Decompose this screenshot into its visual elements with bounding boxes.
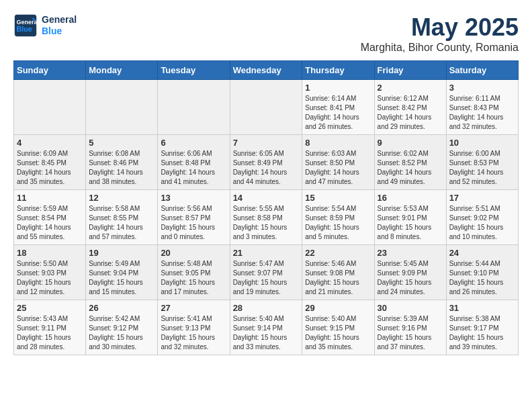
calendar-week-1: 1Sunrise: 6:14 AM Sunset: 8:41 PM Daylig…	[14, 80, 519, 135]
day-number: 12	[89, 193, 154, 203]
day-info: Sunrise: 5:59 AM Sunset: 8:54 PM Dayligh…	[17, 204, 83, 242]
day-number: 7	[233, 138, 300, 148]
calendar-cell: 5Sunrise: 6:08 AM Sunset: 8:46 PM Daylig…	[86, 135, 158, 190]
day-info: Sunrise: 5:40 AM Sunset: 9:14 PM Dayligh…	[233, 314, 300, 352]
calendar-cell: 27Sunrise: 5:41 AM Sunset: 9:13 PM Dayli…	[158, 300, 230, 355]
logo-text-general: General	[42, 14, 77, 26]
day-number: 22	[305, 248, 371, 258]
calendar-cell: 24Sunrise: 5:44 AM Sunset: 9:10 PM Dayli…	[446, 245, 518, 300]
day-info: Sunrise: 6:00 AM Sunset: 8:53 PM Dayligh…	[449, 149, 515, 187]
weekday-header-sunday: Sunday	[14, 61, 86, 80]
calendar-cell: 16Sunrise: 5:53 AM Sunset: 9:01 PM Dayli…	[374, 190, 446, 245]
day-info: Sunrise: 6:08 AM Sunset: 8:46 PM Dayligh…	[89, 149, 154, 187]
day-info: Sunrise: 5:39 AM Sunset: 9:16 PM Dayligh…	[378, 314, 443, 352]
day-info: Sunrise: 5:47 AM Sunset: 9:07 PM Dayligh…	[233, 259, 300, 297]
weekday-header-thursday: Thursday	[302, 61, 374, 80]
calendar-cell	[158, 80, 230, 135]
calendar-cell: 7Sunrise: 6:05 AM Sunset: 8:49 PM Daylig…	[230, 135, 302, 190]
calendar-cell: 18Sunrise: 5:50 AM Sunset: 9:03 PM Dayli…	[14, 245, 86, 300]
calendar-cell: 21Sunrise: 5:47 AM Sunset: 9:07 PM Dayli…	[230, 245, 302, 300]
calendar-cell: 28Sunrise: 5:40 AM Sunset: 9:14 PM Dayli…	[230, 300, 302, 355]
day-number: 26	[89, 303, 154, 313]
day-info: Sunrise: 5:40 AM Sunset: 9:15 PM Dayligh…	[305, 314, 371, 352]
calendar-cell: 3Sunrise: 6:11 AM Sunset: 8:43 PM Daylig…	[446, 80, 518, 135]
calendar-subtitle: Marghita, Bihor County, Romania	[361, 42, 519, 54]
day-number: 4	[17, 138, 83, 148]
day-number: 20	[161, 248, 226, 258]
calendar-cell: 2Sunrise: 6:12 AM Sunset: 8:42 PM Daylig…	[374, 80, 446, 135]
svg-text:Blue: Blue	[17, 25, 32, 33]
day-info: Sunrise: 6:11 AM Sunset: 8:43 PM Dayligh…	[449, 94, 515, 132]
calendar-header: SundayMondayTuesdayWednesdayThursdayFrid…	[14, 61, 519, 80]
day-number: 21	[233, 248, 300, 258]
day-number: 14	[233, 193, 300, 203]
day-number: 25	[17, 303, 83, 313]
logo-text-blue: Blue	[42, 26, 77, 37]
calendar-week-4: 18Sunrise: 5:50 AM Sunset: 9:03 PM Dayli…	[14, 245, 519, 300]
day-number: 19	[89, 248, 154, 258]
calendar-cell: 6Sunrise: 6:06 AM Sunset: 8:48 PM Daylig…	[158, 135, 230, 190]
day-info: Sunrise: 6:03 AM Sunset: 8:50 PM Dayligh…	[305, 149, 371, 187]
day-info: Sunrise: 5:46 AM Sunset: 9:08 PM Dayligh…	[305, 259, 371, 297]
day-number: 31	[449, 303, 515, 313]
day-info: Sunrise: 6:02 AM Sunset: 8:52 PM Dayligh…	[378, 149, 443, 187]
day-number: 5	[89, 138, 154, 148]
day-number: 29	[305, 303, 371, 313]
day-info: Sunrise: 5:55 AM Sunset: 8:58 PM Dayligh…	[233, 204, 300, 242]
calendar-cell: 11Sunrise: 5:59 AM Sunset: 8:54 PM Dayli…	[14, 190, 86, 245]
day-info: Sunrise: 5:42 AM Sunset: 9:12 PM Dayligh…	[89, 314, 154, 352]
day-info: Sunrise: 5:51 AM Sunset: 9:02 PM Dayligh…	[449, 204, 515, 242]
header-row: SundayMondayTuesdayWednesdayThursdayFrid…	[14, 61, 519, 80]
day-info: Sunrise: 5:53 AM Sunset: 9:01 PM Dayligh…	[378, 204, 443, 242]
calendar-cell: 17Sunrise: 5:51 AM Sunset: 9:02 PM Dayli…	[446, 190, 518, 245]
day-info: Sunrise: 6:14 AM Sunset: 8:41 PM Dayligh…	[305, 94, 371, 132]
calendar-cell	[86, 80, 158, 135]
calendar-week-3: 11Sunrise: 5:59 AM Sunset: 8:54 PM Dayli…	[14, 190, 519, 245]
day-info: Sunrise: 5:54 AM Sunset: 8:59 PM Dayligh…	[305, 204, 371, 242]
calendar-cell: 29Sunrise: 5:40 AM Sunset: 9:15 PM Dayli…	[302, 300, 374, 355]
weekday-header-saturday: Saturday	[446, 61, 518, 80]
calendar-cell: 23Sunrise: 5:45 AM Sunset: 9:09 PM Dayli…	[374, 245, 446, 300]
weekday-header-wednesday: Wednesday	[230, 61, 302, 80]
day-number: 1	[305, 83, 371, 93]
day-number: 13	[161, 193, 226, 203]
weekday-header-friday: Friday	[374, 61, 446, 80]
calendar-week-5: 25Sunrise: 5:43 AM Sunset: 9:11 PM Dayli…	[14, 300, 519, 355]
day-info: Sunrise: 5:38 AM Sunset: 9:17 PM Dayligh…	[449, 314, 515, 352]
day-number: 30	[378, 303, 443, 313]
day-info: Sunrise: 5:58 AM Sunset: 8:55 PM Dayligh…	[89, 204, 154, 242]
calendar-cell	[230, 80, 302, 135]
day-info: Sunrise: 6:12 AM Sunset: 8:42 PM Dayligh…	[378, 94, 443, 132]
calendar-cell	[14, 80, 86, 135]
day-info: Sunrise: 6:06 AM Sunset: 8:48 PM Dayligh…	[161, 149, 226, 187]
day-info: Sunrise: 5:49 AM Sunset: 9:04 PM Dayligh…	[89, 259, 154, 297]
calendar-cell: 12Sunrise: 5:58 AM Sunset: 8:55 PM Dayli…	[86, 190, 158, 245]
calendar-cell: 20Sunrise: 5:48 AM Sunset: 9:05 PM Dayli…	[158, 245, 230, 300]
calendar-cell: 14Sunrise: 5:55 AM Sunset: 8:58 PM Dayli…	[230, 190, 302, 245]
calendar-cell: 13Sunrise: 5:56 AM Sunset: 8:57 PM Dayli…	[158, 190, 230, 245]
day-info: Sunrise: 5:50 AM Sunset: 9:03 PM Dayligh…	[17, 259, 83, 297]
day-info: Sunrise: 5:41 AM Sunset: 9:13 PM Dayligh…	[161, 314, 226, 352]
calendar-cell: 30Sunrise: 5:39 AM Sunset: 9:16 PM Dayli…	[374, 300, 446, 355]
calendar-cell: 19Sunrise: 5:49 AM Sunset: 9:04 PM Dayli…	[86, 245, 158, 300]
day-number: 18	[17, 248, 83, 258]
calendar-cell: 26Sunrise: 5:42 AM Sunset: 9:12 PM Dayli…	[86, 300, 158, 355]
calendar-cell: 22Sunrise: 5:46 AM Sunset: 9:08 PM Dayli…	[302, 245, 374, 300]
day-info: Sunrise: 6:05 AM Sunset: 8:49 PM Dayligh…	[233, 149, 300, 187]
page-header: General Blue General Blue May 2025 Margh…	[13, 13, 519, 54]
day-number: 15	[305, 193, 371, 203]
calendar-title: May 2025	[361, 13, 519, 42]
day-number: 6	[161, 138, 226, 148]
calendar-cell: 8Sunrise: 6:03 AM Sunset: 8:50 PM Daylig…	[302, 135, 374, 190]
day-number: 11	[17, 193, 83, 203]
calendar-cell: 25Sunrise: 5:43 AM Sunset: 9:11 PM Dayli…	[14, 300, 86, 355]
day-number: 23	[378, 248, 443, 258]
day-number: 16	[378, 193, 443, 203]
day-number: 8	[305, 138, 371, 148]
calendar-week-2: 4Sunrise: 6:09 AM Sunset: 8:45 PM Daylig…	[14, 135, 519, 190]
day-info: Sunrise: 5:48 AM Sunset: 9:05 PM Dayligh…	[161, 259, 226, 297]
day-info: Sunrise: 5:44 AM Sunset: 9:10 PM Dayligh…	[449, 259, 515, 297]
calendar-cell: 4Sunrise: 6:09 AM Sunset: 8:45 PM Daylig…	[14, 135, 86, 190]
day-number: 2	[378, 83, 443, 93]
calendar-table: SundayMondayTuesdayWednesdayThursdayFrid…	[13, 60, 519, 355]
